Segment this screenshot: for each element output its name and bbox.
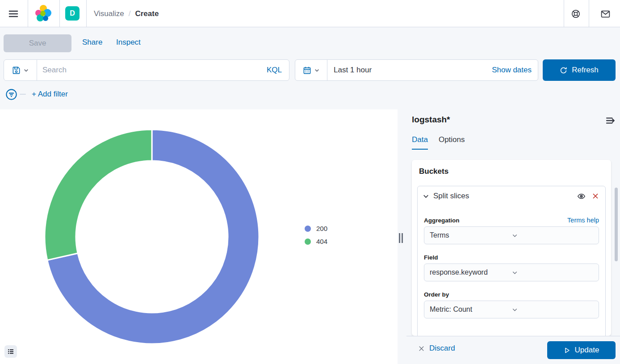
play-icon [564, 347, 570, 354]
save-icon [12, 66, 21, 75]
time-range-value[interactable]: Last 1 hour [327, 60, 486, 80]
legend-item-404[interactable]: 404 [305, 238, 327, 245]
order-by-label: Order by [424, 291, 449, 298]
tab-data[interactable]: Data [412, 135, 428, 150]
calendar-menu-button[interactable] [295, 60, 327, 80]
add-filter-button[interactable]: + Add filter [32, 90, 68, 99]
divider [86, 0, 87, 27]
order-by-select[interactable]: Metric: Count [424, 301, 599, 318]
order-by-value: Metric: Count [430, 305, 511, 314]
index-pattern-title: logstash* [412, 115, 450, 125]
legend-item-200[interactable]: 200 [305, 225, 327, 232]
list-icon [7, 348, 14, 355]
donut-slice-404[interactable] [45, 130, 152, 260]
share-button[interactable]: Share [82, 38, 102, 47]
legend-dot-200 [305, 226, 311, 232]
calendar-icon [303, 66, 311, 75]
refresh-icon [560, 67, 567, 74]
panel-resize-handle[interactable] [398, 233, 404, 243]
collapse-panel-icon[interactable] [605, 115, 616, 126]
kql-syntax-button[interactable]: KQL [260, 60, 289, 80]
field-label: Field [424, 254, 438, 261]
panel-scrollbar[interactable] [615, 188, 618, 261]
aggregation-label: Aggregation [424, 217, 460, 224]
terms-help-link[interactable]: Terms help [567, 217, 599, 224]
bucket-form: Aggregation Terms help Terms Field respo… [418, 205, 605, 318]
update-label: Update [575, 346, 599, 355]
toggle-visibility-eye-icon[interactable] [577, 192, 586, 201]
chevron-down-icon [314, 67, 320, 73]
buckets-card: Buckets Split slices [412, 160, 611, 336]
legend-label-200: 200 [316, 225, 327, 232]
chevron-down-icon [511, 269, 593, 276]
help-icon[interactable] [568, 6, 584, 22]
legend-dot-404 [305, 238, 311, 245]
remove-bucket-x-icon[interactable] [592, 192, 599, 200]
search-bar: KQL [4, 59, 289, 81]
elastic-logo-icon[interactable] [33, 3, 54, 24]
field-select[interactable]: response.keyword [424, 264, 599, 281]
panel-tabs: Data Options [412, 135, 465, 150]
breadcrumb-visualize[interactable]: Visualize [94, 9, 124, 18]
split-slices-panel: Split slices Aggregation Terms help [417, 186, 606, 336]
breadcrumb: Visualize / Create [94, 0, 159, 27]
visualization-canvas: 200 404 [0, 109, 398, 364]
divider [589, 0, 589, 27]
discard-button[interactable]: Discard [418, 344, 455, 353]
aggregation-select[interactable]: Terms [424, 226, 599, 244]
chevron-down-icon[interactable] [422, 192, 433, 200]
chart-legend: 200 404 [305, 225, 327, 245]
close-icon [418, 345, 425, 352]
refresh-label: Refresh [572, 66, 599, 75]
space-avatar[interactable]: D [65, 6, 80, 21]
legend-label-404: 404 [316, 238, 327, 245]
chevron-down-icon [511, 232, 593, 239]
filter-separator-dash [20, 94, 26, 95]
show-dates-button[interactable]: Show dates [486, 60, 538, 80]
menu-hamburger-icon[interactable] [5, 6, 21, 22]
discard-label: Discard [429, 344, 455, 353]
donut-chart[interactable] [0, 109, 398, 364]
field-value: response.keyword [430, 268, 511, 276]
saved-query-menu-button[interactable] [4, 60, 37, 80]
breadcrumb-create: Create [135, 9, 159, 18]
save-button[interactable]: Save [4, 34, 71, 52]
buckets-heading: Buckets [419, 167, 448, 176]
legend-toggle-button[interactable] [4, 345, 17, 358]
filter-icon[interactable] [5, 88, 17, 100]
main-content: 200 404 logstash* Data Options [0, 109, 620, 364]
top-navigation-bar: D Visualize / Create [0, 0, 620, 27]
divider [564, 0, 564, 27]
refresh-button[interactable]: Refresh [543, 59, 616, 81]
visualization-editor-panel: logstash* Data Options Buckets Split sli… [406, 109, 620, 364]
tab-options[interactable]: Options [439, 135, 465, 150]
aggregation-value: Terms [430, 231, 511, 239]
search-input[interactable] [37, 60, 260, 80]
update-button[interactable]: Update [547, 341, 616, 359]
time-picker-bar: Last 1 hour Show dates [295, 59, 538, 81]
breadcrumb-separator: / [129, 9, 131, 18]
panel-footer: Discard Update [406, 336, 620, 364]
chevron-down-icon [511, 306, 593, 313]
chevron-down-icon [23, 67, 29, 73]
divider [28, 0, 28, 27]
divider [59, 0, 60, 27]
split-slices-header[interactable]: Split slices [418, 186, 605, 205]
mail-icon[interactable] [597, 6, 613, 22]
split-slices-label: Split slices [433, 192, 577, 201]
inspect-button[interactable]: Inspect [116, 38, 141, 47]
